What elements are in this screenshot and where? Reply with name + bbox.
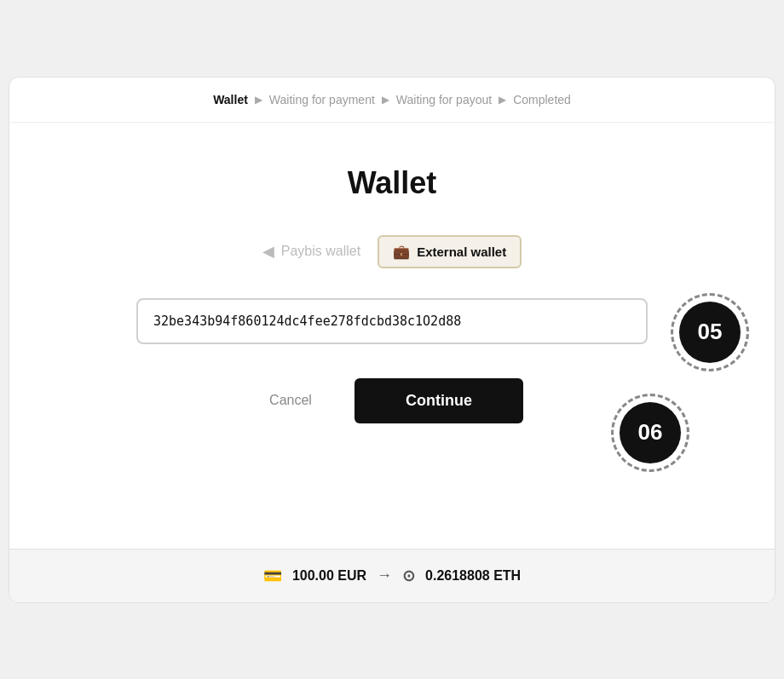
address-input-container (136, 298, 648, 344)
step-badge-06-wrapper: 06 (620, 402, 681, 463)
breadcrumb-sep-3: ▶ (499, 94, 506, 106)
wallet-address-input[interactable] (136, 298, 648, 344)
modal-container: Wallet ▶ Waiting for payment ▶ Waiting f… (9, 77, 775, 603)
paybis-wallet-option[interactable]: ◀ Paybis wallet (262, 242, 360, 261)
step-badge-05-wrapper: 05 (679, 302, 741, 363)
breadcrumb-sep-2: ▶ (382, 94, 389, 106)
breadcrumb: Wallet ▶ Waiting for payment ▶ Waiting f… (9, 78, 775, 123)
external-wallet-label: External wallet (417, 245, 506, 259)
wallet-toggle: ◀ Paybis wallet 💼 External wallet (78, 235, 706, 268)
breadcrumb-waiting-payment: Waiting for payment (269, 93, 375, 106)
eth-icon: ⊙ (402, 567, 415, 585)
cancel-button[interactable]: Cancel (261, 384, 320, 417)
footer-eur-amount: 100.00 EUR (292, 568, 366, 584)
main-content: Wallet ◀ Paybis wallet 💼 External wallet… (9, 123, 775, 549)
actions-row: Cancel Continue (78, 378, 706, 423)
external-wallet-icon: 💼 (393, 244, 410, 260)
continue-button[interactable]: Continue (355, 378, 523, 423)
footer-eth-amount: 0.2618808 ETH (425, 568, 521, 584)
paybis-icon: ◀ (262, 242, 274, 261)
breadcrumb-completed: Completed (513, 93, 571, 106)
breadcrumb-sep-1: ▶ (255, 94, 262, 106)
external-wallet-button[interactable]: 💼 External wallet (378, 235, 522, 268)
breadcrumb-waiting-payout: Waiting for payout (396, 93, 492, 106)
eur-icon: 💳 (263, 567, 282, 585)
arrow-icon: → (377, 567, 392, 584)
step-badge-05: 05 (679, 302, 741, 363)
breadcrumb-wallet: Wallet (213, 93, 248, 106)
page-title: Wallet (78, 165, 706, 201)
paybis-wallet-label: Paybis wallet (281, 244, 360, 259)
step-badge-06: 06 (620, 402, 681, 463)
footer: 💳 100.00 EUR → ⊙ 0.2618808 ETH (9, 549, 775, 602)
